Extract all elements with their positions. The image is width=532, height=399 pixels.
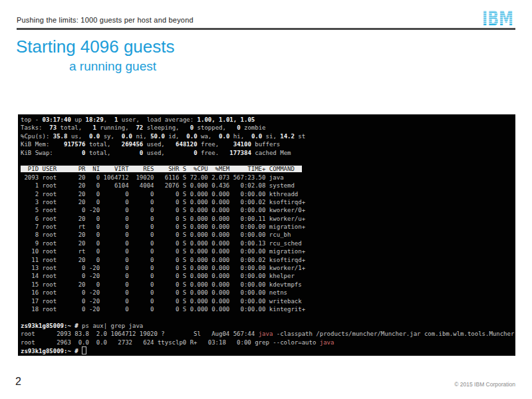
footer-copyright: © 2015 IBM Corporation <box>454 381 515 388</box>
terminal-line: root 2963 0.0 0.0 2732 624 ttysclp0 R+ 0… <box>21 338 515 346</box>
slide-header-title: Pushing the limits: 1000 guests per host… <box>17 16 194 24</box>
terminal-line: PID USER PR NI VIRT RES SHR S %CPU %MEM … <box>21 165 515 173</box>
terminal-line: 1 root 20 0 6104 4004 2076 S 0.000 0.436… <box>21 182 515 190</box>
terminal-line: root 2093 83.8 2.0 1064712 19020 ? Sl Au… <box>21 330 515 338</box>
terminal-line: 9 root 20 0 0 0 0 S 0.000 0.000 0:00.13 … <box>21 239 515 247</box>
terminal-line <box>21 157 515 165</box>
terminal-line: 2093 root 20 0 1064712 19020 6116 S 72.0… <box>21 174 515 182</box>
terminal-line: 14 root 0 -20 0 0 0 S 0.000 0.000 0:00.0… <box>21 272 515 280</box>
terminal-line: zs93k1g85009:~ # <box>21 346 515 354</box>
terminal-line: 16 root 0 -20 0 0 0 S 0.000 0.000 0:00.0… <box>21 289 515 297</box>
terminal-line <box>21 313 515 321</box>
presentation-slide: Pushing the limits: 1000 guests per host… <box>0 0 532 399</box>
terminal-cursor <box>82 346 86 354</box>
header-divider <box>17 28 515 30</box>
terminal-line: 13 root 0 -20 0 0 0 S 0.000 0.000 0:00.0… <box>21 264 515 272</box>
terminal-output: top - 03:17:40 up 18:29, 1 user, load av… <box>21 116 515 354</box>
terminal-line: Tasks: 73 total, 1 running, 72 sleeping,… <box>21 124 515 132</box>
terminal-line: 8 root 20 0 0 0 0 S 0.000 0.000 0:00.00 … <box>21 231 515 239</box>
terminal-line: 5 root 0 -20 0 0 0 S 0.000 0.000 0:00.00… <box>21 206 515 214</box>
terminal-line: 10 root rt 0 0 0 0 S 0.000 0.000 0:00.00… <box>21 247 515 255</box>
terminal-line: 18 root 0 -20 0 0 0 S 0.000 0.000 0:00.0… <box>21 305 515 313</box>
terminal-line: 2 root 20 0 0 0 0 S 0.000 0.000 0:00.00 … <box>21 190 515 198</box>
terminal-line: %Cpu(s): 35.8 us, 0.0 sy, 0.0 ni, 50.0 i… <box>21 132 515 140</box>
terminal-line: 6 root 20 0 0 0 0 S 0.000 0.000 0:00.11 … <box>21 215 515 223</box>
terminal-line: 17 root 0 -20 0 0 0 S 0.000 0.000 0:00.0… <box>21 297 515 305</box>
terminal-line: 7 root rt 0 0 0 0 S 0.000 0.000 0:00.00 … <box>21 223 515 231</box>
terminal-line: zs93k1g85009:~ # ps aux| grep java <box>21 322 515 330</box>
slide-subtitle: a running guest <box>69 59 156 74</box>
terminal-line: top - 03:17:40 up 18:29, 1 user, load av… <box>21 116 515 124</box>
terminal-line: KiB Mem: 917576 total, 269456 used, 6481… <box>21 140 515 148</box>
terminal-window[interactable]: top - 03:17:40 up 18:29, 1 user, load av… <box>18 114 515 356</box>
terminal-line: KiB Swap: 0 total, 0 used, 0 free. 17738… <box>21 149 515 157</box>
terminal-line: 15 root 20 0 0 0 0 S 0.000 0.000 0:00.00… <box>21 281 515 289</box>
terminal-line: 11 root 20 0 0 0 0 S 0.000 0.000 0:00.02… <box>21 256 515 264</box>
page-number: 2 <box>15 376 21 388</box>
terminal-line: 3 root 20 0 0 0 0 S 0.000 0.000 0:00.02 … <box>21 198 515 206</box>
ibm-logo-icon: IBM <box>482 9 514 26</box>
slide-title: Starting 4096 guests <box>16 37 175 57</box>
